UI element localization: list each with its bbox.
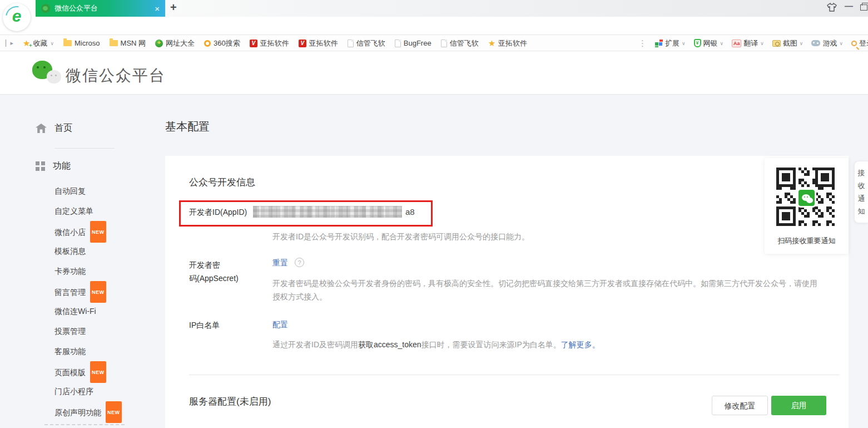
page-icon [395,40,401,47]
side-tab-char: 收 [855,179,868,192]
maximize-button[interactable] [860,4,867,11]
toolbar-list: ⋮扩展∨¥网银∨Aa翻译∨截图∨游戏∨登录 [638,35,868,51]
theme-shirt-icon[interactable] [827,3,837,13]
sidebar-item[interactable]: 留言管理NEW [0,281,156,301]
sidebar-item[interactable]: 微信小店NEW [0,221,156,241]
bookmark-label: 信管飞软 [450,38,479,48]
sidebar-item-home[interactable]: 首页 [36,122,72,134]
sidebar-item[interactable]: 客服功能 [0,341,156,361]
toolbar-item-aa[interactable]: Aa翻译∨ [732,38,764,48]
bookmark-item[interactable]: Microso [63,39,100,47]
sidebar-divider [54,148,115,149]
ip-whitelist-label: IP白名单 [189,321,220,331]
side-tab-char: 接 [855,166,868,179]
appsecret-label-line1: 开发者密 [189,260,220,270]
browser-window: e 微信公众平台 × + — ‹ › ↻ 腾讯网 证 ▾ https://mp.… [0,0,868,428]
overflow-menu-icon[interactable]: ⋮ [638,38,646,48]
toolbar-item-blocks[interactable]: 扩展∨ [655,38,686,48]
configure-link[interactable]: 配置 [272,320,288,330]
bookmark-item[interactable]: 信管飞软 [348,38,385,48]
appsecret-label-line2: 码(AppSecret) [189,274,239,284]
sidebar-dashed-divider [44,424,125,425]
sidebar-item[interactable]: 投票管理 [0,321,156,341]
bookmark-label: 亚拓软件 [498,38,527,48]
sidebar-item[interactable]: 卡券功能 [0,261,156,281]
folder-icon [63,40,72,46]
sidebar-items: 自动回复自定义菜单微信小店NEW模板消息卡券功能留言管理NEW微信连Wi-Fi投… [0,181,156,421]
side-tab-char: 通 [855,192,868,205]
sidebar-item[interactable]: 自定义菜单 [0,201,156,221]
bookmark-item[interactable]: V亚拓软件 [250,38,289,48]
sidebar-item[interactable]: 原创声明功能NEW [0,401,156,421]
new-badge: NEW [90,221,106,243]
bookmark-item[interactable]: ★亚拓软件 [488,38,527,48]
collapse-bookmarks-icon[interactable]: ▏▸ [6,40,13,47]
bookmark-label: 收藏 [33,38,47,48]
appid-value-tail: a8 [405,207,415,217]
bookmark-item[interactable]: +网址大全 [155,38,195,48]
toolbar-label: 游戏 [822,38,837,48]
wechat-favicon-icon [41,4,50,13]
ip-description: 通过开发者ID及密码调用获取access_token接口时，需要设置访问来源IP… [272,338,600,351]
toolbar-item-shield[interactable]: ¥网银∨ [694,38,724,48]
toolbar-item-gamepad[interactable]: 游戏∨ [811,38,843,48]
page-body: 首页 功能 自动回复自定义菜单微信小店NEW模板消息卡券功能留言管理NEW微信连… [0,95,868,428]
appsecret-description-line2: 授权方式接入。 [272,290,327,303]
red-v-icon: V [250,40,257,47]
enable-button[interactable]: 启用 [771,396,826,415]
sidebar-item[interactable]: 模板消息 [0,241,156,261]
new-badge: NEW [106,401,122,423]
toolbar-caret-icon: ∨ [839,41,843,46]
sidebar-item-features[interactable]: 功能 [36,160,71,172]
browser-logo[interactable]: e [3,3,31,31]
qr-code [775,166,838,229]
home-icon [36,124,47,133]
bookmark-item[interactable]: 信管飞软 [441,38,479,48]
toolbar-caret-icon: ∨ [682,41,686,46]
blocks-icon [655,40,663,47]
access-token-text[interactable]: 获取access_token [358,340,421,349]
sidebar-item[interactable]: 页面模版NEW [0,361,156,381]
sidebar-features-label: 功能 [53,160,71,172]
toolbar-item-snip[interactable]: 截图∨ [772,38,803,48]
bookmark-label: 信管飞软 [356,38,385,48]
sidebar-item[interactable]: 自动回复 [0,181,156,201]
toolbar-caret-icon: ∨ [720,41,724,46]
wechat-qr-center-icon [797,188,816,208]
notification-side-tab[interactable]: 接收通知 [854,161,868,223]
green-plus-icon: + [155,40,163,47]
bookmark-item[interactable]: V亚拓软件 [299,38,338,48]
bookmark-label: 亚拓软件 [309,38,338,48]
sidebar-item[interactable]: 微信连Wi-Fi [0,301,156,321]
bookmarks-bar: ▏▸★+收藏∨MicrosoMSN 网+网址大全360搜索V亚拓软件V亚拓软件信… [0,35,868,51]
modify-config-button[interactable]: 修改配置 [712,396,768,415]
sidebar-item[interactable]: 门店小程序 [0,381,156,401]
folder-icon [110,40,118,46]
orange-ring-icon [204,40,211,47]
bookmark-item[interactable]: BugFree [395,39,431,47]
bookmark-item[interactable]: MSN 网 [110,38,146,48]
page-title: 基本配置 [165,119,210,134]
aa-icon: Aa [732,40,741,47]
bookmark-item[interactable]: 360搜索 [204,38,240,48]
new-badge: NEW [90,281,106,303]
page-icon [348,40,354,47]
help-icon[interactable]: ? [295,258,304,267]
site-title: 微信公众平台 [66,65,166,86]
tab-bar: e 微信公众平台 × + — [0,0,868,17]
minimize-button[interactable]: — [845,1,853,11]
bookmark-item[interactable]: ★+收藏∨ [23,38,54,48]
new-tab-button[interactable]: + [170,1,177,14]
ip-desc-suffix: 接口时，需要设置访问来源IP为白名单。 [421,340,561,349]
learn-more-link[interactable]: 了解更多。 [561,340,600,349]
reset-link[interactable]: 重置 [272,258,288,268]
bookmarks-list: ▏▸★+收藏∨MicrosoMSN 网+网址大全360搜索V亚拓软件V亚拓软件信… [6,35,527,51]
tab-weixin[interactable]: 微信公众平台 × [36,0,165,17]
bookmark-caret-icon: ∨ [50,41,54,46]
appid-value-redacted [253,206,402,218]
tab-close-icon[interactable]: × [151,4,160,13]
toolbar-label: 网银 [703,38,718,48]
toolbar-item-maglogin[interactable]: 登录 [851,38,868,48]
section-title-dev-info: 公众号开发信息 [189,176,255,189]
bookmark-label: 网址大全 [166,38,195,48]
